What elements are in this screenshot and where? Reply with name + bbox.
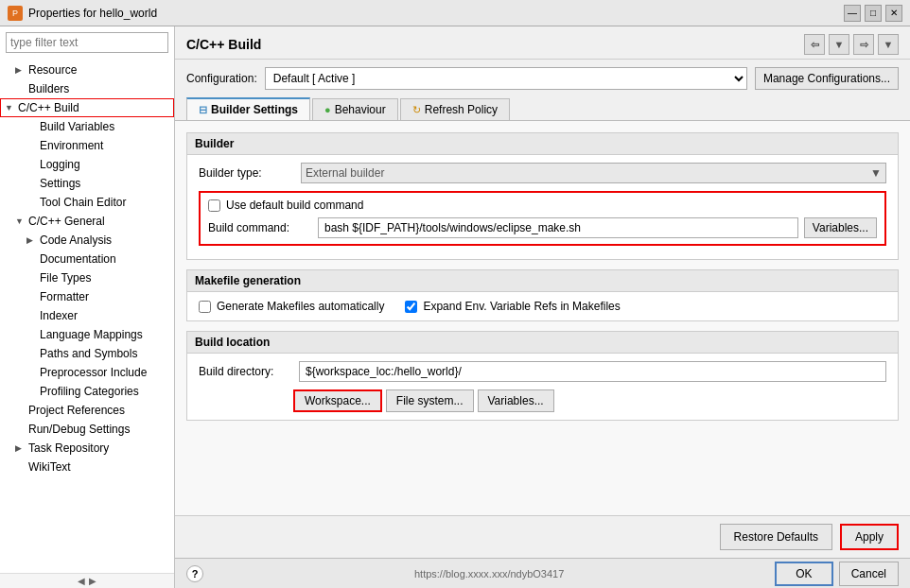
sidebar-label-task-repository: Task Repository xyxy=(28,441,109,455)
build-directory-row: Build directory: xyxy=(199,361,886,382)
tree-arrow-file-types xyxy=(26,273,40,283)
nav-forward-btn[interactable]: ⇨ xyxy=(853,34,874,55)
use-default-checkbox[interactable] xyxy=(208,199,220,212)
tab-behaviour[interactable]: ● Behaviour xyxy=(312,98,398,120)
cancel-button[interactable]: Cancel xyxy=(839,562,899,586)
sidebar-item-code-analysis[interactable]: ▶ Code Analysis xyxy=(0,231,174,250)
tab-refresh-policy[interactable]: ↻ Refresh Policy xyxy=(400,98,510,120)
workspace-btn[interactable]: Workspace... xyxy=(293,389,382,412)
sidebar-item-run-debug[interactable]: Run/Debug Settings xyxy=(0,420,174,439)
generate-makefiles-checkbox[interactable] xyxy=(199,301,211,313)
nav-back-btn[interactable]: ⇦ xyxy=(804,34,825,55)
sidebar-label-profiling-categories: Profiling Categories xyxy=(40,385,139,398)
sidebar-label-preprocessor-include: Preprocessor Include xyxy=(40,366,147,379)
sidebar-item-tool-chain-editor[interactable]: Tool Chain Editor xyxy=(0,193,174,212)
tree-arrow-settings xyxy=(26,179,40,188)
main-header: C/C++ Build ⇦ ▼ ⇨ ▼ xyxy=(175,26,910,60)
build-dir-input[interactable] xyxy=(299,361,886,382)
page-title: C/C++ Build xyxy=(186,37,261,52)
sidebar-item-cpp-build[interactable]: ▼ C/C++ Build xyxy=(0,98,174,117)
sidebar-item-build-variables[interactable]: Build Variables xyxy=(0,117,174,136)
sidebar-item-formatter[interactable]: Formatter xyxy=(0,287,174,306)
restore-defaults-btn[interactable]: Restore Defaults xyxy=(720,524,832,550)
builder-type-label: Builder type: xyxy=(199,166,293,180)
build-location-variables-btn[interactable]: Variables... xyxy=(478,389,554,412)
sidebar-item-cpp-general[interactable]: ▼ C/C++ General xyxy=(0,212,174,231)
use-default-label: Use default build command xyxy=(226,199,363,212)
tree-arrow-profiling xyxy=(26,387,40,396)
tree-arrow-cpp-general: ▼ xyxy=(15,216,28,226)
sidebar-item-documentation[interactable]: Documentation xyxy=(0,250,174,268)
window-controls[interactable]: — □ ✕ xyxy=(844,5,902,22)
sidebar-label-build-variables: Build Variables xyxy=(40,120,114,133)
build-command-box: Use default build command Build command:… xyxy=(199,191,886,246)
expand-env-checkbox[interactable] xyxy=(405,301,417,313)
sidebar-item-task-repository[interactable]: ▶ Task Repository xyxy=(0,439,174,458)
makefile-section: Makefile generation Generate Makefiles a… xyxy=(186,269,899,321)
bottom-bar: Restore Defaults Apply xyxy=(175,515,910,558)
build-command-input[interactable] xyxy=(318,217,798,238)
minimize-btn[interactable]: — xyxy=(844,5,861,22)
tab-builder-settings[interactable]: ⊟ Builder Settings xyxy=(186,97,310,120)
builder-type-value: External builder xyxy=(306,166,384,180)
behaviour-tab-icon: ● xyxy=(324,104,331,115)
sidebar-item-profiling-categories[interactable]: Profiling Categories xyxy=(0,382,174,401)
sidebar-item-builders[interactable]: Builders xyxy=(0,79,174,98)
tree-arrow-code-analysis: ▶ xyxy=(26,235,40,245)
tree-arrow-paths-symbols xyxy=(26,349,40,358)
sidebar-item-project-references[interactable]: Project References xyxy=(0,401,174,420)
tree-arrow-logging xyxy=(26,160,40,169)
dialog-title: Properties for hello_world xyxy=(28,7,157,20)
sidebar-item-wikitext[interactable]: WikiText xyxy=(0,458,174,476)
sidebar: ▶ Resource Builders ▼ C/C++ Build Build … xyxy=(0,26,175,588)
nav-forward-dropdown-btn[interactable]: ▼ xyxy=(878,34,899,55)
build-command-variables-btn[interactable]: Variables... xyxy=(804,217,877,238)
panel-content: Builder Builder type: External builder ▼ xyxy=(175,121,910,515)
config-label: Configuration: xyxy=(186,72,257,85)
tree-arrow-cpp-build: ▼ xyxy=(5,103,18,112)
builder-type-select: External builder ▼ xyxy=(301,163,886,183)
sidebar-label-file-types: File Types xyxy=(40,271,91,285)
close-btn[interactable]: ✕ xyxy=(885,5,902,22)
sidebar-label-environment: Environment xyxy=(40,139,103,152)
build-location-header: Build location xyxy=(187,332,898,354)
sidebar-item-paths-and-symbols[interactable]: Paths and Symbols xyxy=(0,344,174,363)
sidebar-item-indexer[interactable]: Indexer xyxy=(0,306,174,325)
sidebar-item-language-mappings[interactable]: Language Mappings xyxy=(0,325,174,344)
makefile-section-header: Makefile generation xyxy=(187,270,898,292)
use-default-row: Use default build command xyxy=(208,199,877,212)
help-button[interactable]: ? xyxy=(186,565,203,582)
expand-env-label: Expand Env. Variable Refs in Makefiles xyxy=(423,300,620,313)
sidebar-item-logging[interactable]: Logging xyxy=(0,155,174,174)
scroll-right-icon: ▶ xyxy=(89,576,96,586)
tree-arrow-documentation xyxy=(26,254,40,264)
ok-button[interactable]: OK xyxy=(775,562,832,586)
app-icon: P xyxy=(8,6,23,21)
config-select[interactable]: Default [ Active ] xyxy=(265,67,747,90)
sidebar-tree: ▶ Resource Builders ▼ C/C++ Build Build … xyxy=(0,59,174,573)
sidebar-scroll-hint: ◀ ▶ xyxy=(0,573,174,588)
sidebar-label-indexer: Indexer xyxy=(40,309,78,322)
sidebar-item-resource[interactable]: ▶ Resource xyxy=(0,61,174,79)
builder-type-row: Builder type: External builder ▼ xyxy=(199,163,886,183)
sidebar-label-documentation: Documentation xyxy=(40,252,116,266)
sidebar-label-code-analysis: Code Analysis xyxy=(40,233,112,247)
manage-configurations-btn[interactable]: Manage Configurations... xyxy=(755,67,899,90)
sidebar-item-environment[interactable]: Environment xyxy=(0,136,174,155)
nav-dropdown-btn[interactable]: ▼ xyxy=(829,34,849,55)
sidebar-item-preprocessor-include[interactable]: Preprocessor Include xyxy=(0,363,174,382)
sidebar-item-settings[interactable]: Settings xyxy=(0,174,174,193)
builder-section-header: Builder xyxy=(187,133,898,155)
sidebar-label-language-mappings: Language Mappings xyxy=(40,328,143,341)
tab-behaviour-label: Behaviour xyxy=(335,103,386,116)
sidebar-label-project-references: Project References xyxy=(28,404,125,417)
build-dir-buttons: Workspace... File system... Variables... xyxy=(293,389,886,412)
sidebar-item-file-types[interactable]: File Types xyxy=(0,268,174,287)
sidebar-search-input[interactable] xyxy=(6,32,168,53)
tree-arrow-build-variables xyxy=(26,122,40,131)
file-system-btn[interactable]: File system... xyxy=(386,389,474,412)
maximize-btn[interactable]: □ xyxy=(865,5,882,22)
apply-btn[interactable]: Apply xyxy=(840,524,899,550)
sidebar-label-paths-and-symbols: Paths and Symbols xyxy=(40,347,137,360)
refresh-tab-icon: ↻ xyxy=(412,104,421,116)
